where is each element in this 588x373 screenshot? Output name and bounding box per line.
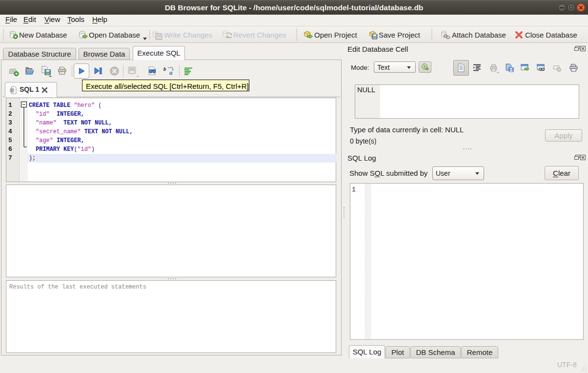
- svg-text:b: b: [163, 66, 166, 72]
